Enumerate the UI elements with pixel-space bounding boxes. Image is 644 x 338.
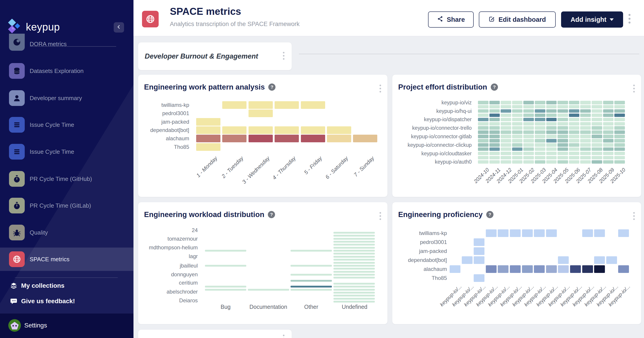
sidebar-item-label: PR Cycle Time (GitLab) (30, 194, 91, 217)
heatmap-cell (569, 135, 580, 138)
heatmap-cell (334, 247, 375, 249)
section-card-burnout[interactable]: Developer Burnout & Engagement (138, 42, 292, 70)
heatmap-cell (334, 244, 375, 246)
heatmap-cell (501, 130, 511, 134)
chart-card-project-effort: Project effort distribution? keypup-io/v… (392, 74, 641, 197)
heatmap-cell (512, 143, 523, 147)
sidebar-item-dora-metrics[interactable]: DORA metrics (0, 32, 134, 56)
heatmap-cell (523, 139, 534, 143)
heatmap-cell (523, 156, 534, 160)
heatmap-cell (474, 274, 484, 282)
sidebar-item-settings[interactable]: Settings (24, 319, 47, 332)
heatmap-cell (248, 289, 289, 291)
edit-dashboard-button[interactable]: Edit dashboard (479, 11, 556, 28)
share-button[interactable]: Share (428, 11, 474, 28)
heatmap-cell (290, 289, 332, 291)
sidebar-item-my-collections[interactable]: My collections (0, 278, 134, 294)
heatmap-cell (501, 114, 511, 117)
add-insight-button[interactable]: Add insight (561, 11, 623, 28)
stopwatch-icon (9, 198, 25, 213)
heatmap-cell (580, 143, 591, 147)
heatmap-cell (478, 122, 488, 126)
heatmap-cell (535, 114, 545, 117)
section-kebab-menu[interactable] (283, 52, 284, 60)
heatmap-cell (334, 235, 375, 237)
y-tick-label: pedrol3001 (113, 110, 189, 117)
page-title: SPACE metrics (170, 6, 241, 17)
heatmap-cell (490, 135, 500, 138)
heatmap-cell (290, 274, 332, 276)
y-tick-label: dependabot[bot] (113, 127, 189, 134)
heatmap-cell (603, 156, 614, 160)
heatmap-cell (478, 109, 488, 113)
heatmap-cell (334, 286, 375, 288)
heatmap-cell (618, 229, 629, 237)
heatmap-cell (603, 105, 614, 109)
heatmap-cell (546, 109, 557, 113)
heatmap-cell (501, 139, 511, 143)
heatmap-cell (614, 156, 625, 160)
heatmap-cell (523, 143, 534, 147)
heatmap-cell (614, 139, 625, 143)
heatmap-cell (498, 229, 508, 237)
heatmap-cell (523, 126, 534, 130)
heatmap-cell (498, 265, 508, 273)
sidebar-item-quality[interactable]: Quality (0, 221, 134, 244)
heatmap-cell (592, 109, 602, 113)
heatmap-cell (534, 265, 545, 273)
y-tick-label: keypup-io/hq-ui (395, 108, 472, 115)
sidebar-item-datasets-exploration[interactable]: Datasets Exploration (0, 59, 134, 83)
heatmap-cell (592, 156, 602, 160)
heatmap-cell (546, 118, 557, 121)
heatmap-cell (558, 148, 568, 151)
heatmap-cell (546, 101, 557, 104)
y-tick-label: abelschroder (121, 288, 198, 295)
heatmap-cell (462, 256, 472, 264)
heatmap-cell (546, 148, 557, 151)
heatmap-cell (535, 105, 545, 109)
heatmap-cell (569, 148, 580, 151)
y-tick-label: keypup-io/connector-trello (395, 124, 472, 132)
list-icon (9, 117, 25, 133)
sidebar-item-pr-cycle-time-github-[interactable]: PR Cycle Time (GitHub) (0, 167, 134, 190)
heatmap-cell (569, 152, 580, 155)
heatmap-cell (334, 241, 375, 243)
heatmap-cell (478, 114, 488, 117)
heatmap-cell (546, 143, 557, 147)
heatmap-cell (535, 143, 545, 147)
heatmap-cell (478, 160, 488, 164)
heatmap-cell (501, 105, 511, 109)
heatmap-cell (196, 118, 220, 126)
heatmap-cell (512, 105, 523, 109)
sidebar-collapse-button[interactable] (114, 22, 124, 32)
heatmap-cell (248, 101, 273, 109)
heatmap-cell (478, 143, 488, 147)
heatmap-cell (474, 247, 484, 255)
heatmap-cell (334, 277, 375, 279)
heatmap-cell (512, 160, 523, 164)
heatmap-cell (592, 101, 602, 104)
heatmap-cell (222, 126, 246, 134)
user-avatar[interactable] (8, 319, 21, 332)
heatmap-cell (196, 143, 220, 151)
y-tick-label: keypup-io/dispatcher (395, 116, 472, 123)
y-tick-label: Tho85 (113, 144, 189, 151)
y-tick-label: alachaum (370, 266, 447, 273)
section-card-partial[interactable] (138, 330, 292, 338)
edit-dashboard-button-label: Edit dashboard (498, 16, 546, 23)
bug-icon (9, 225, 25, 240)
heatmap-cell (558, 160, 568, 164)
heatmap-cell (614, 130, 625, 134)
heatmap-cell (535, 118, 545, 121)
sidebar-item-feedback[interactable]: Give us feedback! (0, 293, 134, 309)
heatmap-cell (523, 118, 534, 121)
sidebar-item-space-metrics[interactable]: SPACE metrics (0, 248, 134, 271)
sidebar-item-pr-cycle-time-gitlab-[interactable]: PR Cycle Time (GitLab) (0, 194, 134, 217)
header-kebab-menu[interactable] (628, 14, 630, 23)
heatmap-cell (274, 101, 299, 109)
section-kebab-menu[interactable] (283, 335, 284, 338)
heatmap-cell (569, 114, 580, 117)
heatmap-cell (592, 105, 602, 109)
page-subtitle: Analytics transcription of the SPACE Fra… (170, 21, 300, 28)
list-icon (9, 144, 25, 160)
